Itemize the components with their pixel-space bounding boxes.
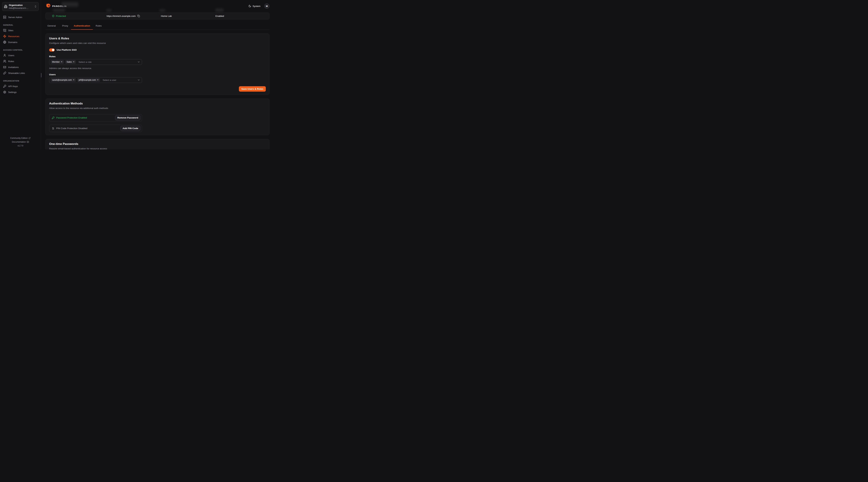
sidebar-item-sites[interactable]: Sites xyxy=(2,28,39,33)
sidebar-item-label: Roles xyxy=(8,60,14,63)
resource-sso-status: Enabled xyxy=(215,15,224,18)
roles-placeholder: Select a role xyxy=(79,61,92,63)
copy-icon[interactable] xyxy=(137,15,140,18)
remove-tag-icon[interactable]: ✕ xyxy=(73,79,75,81)
key-icon xyxy=(3,85,6,88)
resource-url: https://immich.example.com xyxy=(106,15,140,18)
admins-note: Admins can always access this resource. xyxy=(49,67,266,70)
sidebar-item-label: Server Admin xyxy=(8,16,22,19)
pangolin-logo xyxy=(45,3,51,9)
users-roles-card: Users & Roles Configure which users and … xyxy=(45,33,270,95)
sidebar-item-api-keys[interactable]: API Keys xyxy=(2,84,39,89)
save-users-roles-button[interactable]: Save Users & Roles xyxy=(239,86,266,92)
roles-select[interactable]: Member ✕ Sales ✕ Select a role xyxy=(49,59,142,65)
chevron-down-icon xyxy=(137,78,140,82)
building-icon xyxy=(4,5,7,8)
redacted-label xyxy=(159,9,165,12)
sidebar-nav: Server Admin GENERAL Sites Resources xyxy=(2,14,39,95)
card-subtitle: Configure which users and roles can visi… xyxy=(49,42,266,44)
sidebar-item-label: Invitations xyxy=(8,66,19,68)
role-tag: Sales ✕ xyxy=(65,60,76,64)
resource-tabs: General Proxy Authentication Rules xyxy=(45,25,270,30)
server-icon xyxy=(3,15,6,19)
org-value: milo@fossorial.io's ... xyxy=(9,7,33,9)
password-status-text: Password Protection Enabled xyxy=(56,117,87,119)
community-edition-link[interactable]: Community Edition xyxy=(2,136,39,140)
card-title: Users & Roles xyxy=(49,37,266,40)
sidebar-item-label: Settings xyxy=(8,91,17,94)
app-version: v1.7.0 xyxy=(2,144,39,148)
moon-icon xyxy=(248,5,251,7)
redacted-text xyxy=(62,2,78,7)
sidebar-item-domains[interactable]: Domains xyxy=(2,39,39,45)
sidebar-item-invitations[interactable]: Invitations xyxy=(2,64,39,70)
sidebar-item-settings[interactable]: Settings xyxy=(2,89,39,95)
resource-site: Home Lab xyxy=(161,15,172,18)
sidebar-item-resources[interactable]: Resources xyxy=(2,33,39,39)
sidebar-item-label: Users xyxy=(8,54,14,57)
users-placeholder: Select a user xyxy=(102,79,116,82)
resources-icon xyxy=(3,35,6,38)
user-tag: jeff@example.com ✕ xyxy=(77,78,100,82)
section-label-access-control: ACCESS CONTROL xyxy=(2,49,39,51)
platform-sso-label: Use Platform SSO xyxy=(57,49,77,51)
toggle-thumb xyxy=(52,49,54,51)
users-label: Users xyxy=(49,73,266,76)
tab-proxy[interactable]: Proxy xyxy=(59,25,71,30)
card-title: One-time Passwords xyxy=(49,142,266,146)
remove-tag-icon[interactable]: ✕ xyxy=(97,79,99,81)
resource-status: Protected xyxy=(52,15,66,18)
tab-general[interactable]: General xyxy=(45,25,59,30)
theme-label: System xyxy=(253,5,260,7)
sidebar-item-users[interactable]: Users xyxy=(2,53,39,58)
sidebar: Organization milo@fossorial.io's ... Ser… xyxy=(0,0,41,150)
user-icon xyxy=(3,54,6,57)
sidebar-item-label: API Keys xyxy=(8,85,18,88)
topbar-right: System M xyxy=(248,3,270,9)
gear-icon xyxy=(3,91,6,94)
theme-selector[interactable]: System xyxy=(248,5,260,7)
users-select[interactable]: sarah@example.com ✕ jeff@example.com ✕ S… xyxy=(49,77,142,83)
sites-icon xyxy=(3,29,6,32)
sidebar-item-roles[interactable]: Roles xyxy=(2,59,39,64)
sidebar-item-label: Domains xyxy=(8,41,18,43)
sidebar-item-label: Shareable Links xyxy=(8,72,25,74)
resource-summary-bar: Protected https://immich.example.com Hom… xyxy=(45,12,270,20)
redacted-label xyxy=(106,9,112,12)
add-pin-code-button[interactable]: Add PIN Code xyxy=(120,126,141,131)
user-tag: sarah@example.com ✕ xyxy=(51,78,76,82)
documentation-link[interactable]: Documentation xyxy=(2,140,39,144)
avatar[interactable]: M xyxy=(264,3,270,9)
section-label-organization: ORGANIZATION xyxy=(2,80,39,82)
auth-methods-card: Authentication Methods Allow access to t… xyxy=(45,99,270,135)
shield-check-icon xyxy=(52,15,55,18)
ticket-check-icon xyxy=(3,66,6,69)
redacted-label xyxy=(215,9,224,12)
pin-status-text: PIN Code Protection Disabled xyxy=(56,127,87,130)
org-selector[interactable]: Organization milo@fossorial.io's ... xyxy=(2,2,39,11)
book-open-icon xyxy=(27,141,29,143)
tab-authentication[interactable]: Authentication xyxy=(71,25,93,30)
roles-label: Roles xyxy=(49,55,266,58)
role-tag: Member ✕ xyxy=(51,60,64,64)
sidebar-item-server-admin[interactable]: Server Admin xyxy=(2,14,39,20)
card-subtitle: Allow access to the resource via additio… xyxy=(49,107,266,109)
link-icon xyxy=(3,71,6,75)
pin-protection-row: PIN Code Protection Disabled Add PIN Cod… xyxy=(49,125,142,132)
sidebar-item-label: Resources xyxy=(8,35,20,38)
otp-card: One-time Passwords Require email-based a… xyxy=(45,139,270,150)
platform-sso-toggle[interactable] xyxy=(49,49,55,52)
redacted-label xyxy=(53,9,65,12)
sidebar-scrollbar-thumb[interactable] xyxy=(41,73,41,77)
topbar: PANGOLIN System M xyxy=(45,0,270,11)
card-subtitle: Require email-based authentication for r… xyxy=(49,147,266,150)
remove-tag-icon[interactable]: ✕ xyxy=(73,61,75,63)
main-area: PANGOLIN System M Protected htt xyxy=(41,0,272,150)
external-link-icon xyxy=(28,137,31,139)
sidebar-item-shareable-links[interactable]: Shareable Links xyxy=(2,70,39,76)
remove-tag-icon[interactable]: ✕ xyxy=(61,61,62,63)
binary-icon xyxy=(52,127,55,130)
tab-rules[interactable]: Rules xyxy=(93,25,104,30)
remove-password-button[interactable]: Remove Password xyxy=(115,115,141,120)
users-icon xyxy=(3,60,6,63)
